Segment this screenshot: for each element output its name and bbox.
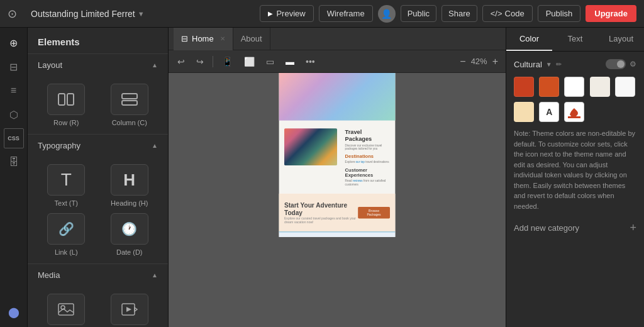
topbar-actions: ▶ Preview Wireframe 👤 Public Share </> C…	[260, 5, 636, 23]
tab-home[interactable]: ⊟ Home ✕	[174, 28, 233, 50]
theme-edit-icon[interactable]: ✏	[556, 60, 562, 69]
more-options-button[interactable]: •••	[302, 54, 319, 69]
page-abstract-image	[284, 128, 337, 165]
redo-button[interactable]: ↪	[192, 54, 208, 69]
logo-icon[interactable]: ⊙	[8, 7, 17, 21]
image-element[interactable]: Image (I)	[38, 294, 95, 327]
text-icon: T	[47, 164, 85, 196]
tab-about-label: About	[241, 34, 262, 43]
color-swatch-orange[interactable]	[539, 77, 559, 97]
media-section: Media ▲ Image (I)	[28, 264, 168, 327]
typography-elements-grid: T Text (T) H Heading (H) 🔗 Link (L) �	[28, 157, 168, 263]
color-swatch-text-A[interactable]: A	[539, 102, 559, 122]
right-panel-tabs: Color Text Layout	[506, 28, 644, 52]
color-swatch-warm[interactable]	[514, 102, 534, 122]
tab-home-label: Home	[192, 34, 214, 43]
svg-marker-8	[126, 307, 131, 312]
sidebar-icon-components[interactable]: ⬡	[4, 104, 24, 125]
media-section-label: Media	[38, 270, 60, 280]
theme-name: Cultural	[514, 60, 542, 69]
text-label: Text (T)	[55, 199, 78, 207]
experiences-text: Read reviews from our satisfied customer…	[345, 179, 390, 186]
project-title[interactable]: Outstanding Limited Ferret ▼	[31, 9, 145, 19]
date-label: Date (D)	[116, 248, 143, 256]
desktop-small-button[interactable]: ▭	[262, 54, 278, 69]
theme-gear-icon[interactable]: ⚙	[630, 60, 636, 69]
date-icon: 🕐	[111, 213, 148, 245]
color-swatch-red[interactable]	[514, 77, 534, 97]
avatar[interactable]: 👤	[378, 5, 396, 23]
public-button[interactable]: Public	[401, 5, 436, 22]
destinations-link[interactable]: our top	[356, 160, 365, 164]
add-category-row[interactable]: Add new category +	[514, 218, 636, 238]
undo-button[interactable]: ↩	[174, 54, 189, 69]
tab-layout[interactable]: Layout	[598, 28, 644, 51]
color-swatch-white[interactable]	[564, 77, 584, 97]
layout-section-header[interactable]: Layout ▲	[28, 54, 168, 76]
preview-label: Preview	[276, 9, 305, 18]
theme-toggle[interactable]	[606, 59, 626, 69]
theme-dropdown-icon[interactable]: ▼	[546, 61, 552, 68]
zoom-level: 42%	[471, 57, 487, 66]
tab-text[interactable]: Text	[552, 28, 598, 51]
add-category-label: Add new category	[514, 223, 579, 233]
canvas-viewport[interactable]: Travel Packages Discover our exclusive t…	[169, 73, 506, 327]
discord-icon[interactable]: ⬤	[4, 302, 24, 322]
browse-packages-button[interactable]: Browse Packages	[358, 207, 390, 218]
sidebar-icon-pages[interactable]: ⊟	[4, 57, 24, 77]
tab-home-close-icon[interactable]: ✕	[220, 35, 225, 42]
publish-button[interactable]: Publish	[538, 5, 581, 22]
experiences-heading: Customer Experiences	[345, 167, 390, 179]
video-icon	[111, 294, 148, 325]
toolbar-separator	[213, 56, 213, 67]
destinations-static-text2: travel destinations	[365, 160, 389, 164]
typography-section: Typography ▲ T Text (T) H Heading (H)	[28, 135, 168, 264]
sidebar-icon-database[interactable]: 🗄	[4, 152, 24, 172]
zoom-out-button[interactable]: −	[457, 56, 468, 67]
destinations-text: Explore our top travel destinations	[345, 160, 390, 164]
heading-element[interactable]: H Heading (H)	[101, 164, 158, 207]
color-swatch-lightest[interactable]	[615, 77, 635, 97]
color-swatch-cream[interactable]	[590, 77, 610, 97]
upgrade-button[interactable]: Upgrade	[586, 5, 636, 22]
home-page-icon: ⊟	[181, 34, 188, 43]
column-element[interactable]: Column (C)	[101, 84, 158, 126]
sidebar-icon-layers[interactable]: ≡	[4, 80, 24, 101]
preview-button[interactable]: ▶ Preview	[260, 5, 313, 22]
text-element[interactable]: T Text (T)	[38, 164, 95, 207]
cta-heading: Start Your Adventure Today	[284, 202, 358, 217]
left-sidebar: ⊕ ⊟ ≡ ⬡ CSS 🗄 ⬤ Elements Layout ▲	[0, 28, 169, 327]
media-section-header[interactable]: Media ▲	[28, 264, 168, 286]
tablet-view-button[interactable]: ⬜	[240, 54, 258, 69]
add-category-plus-icon[interactable]: +	[630, 221, 636, 235]
tab-color[interactable]: Color	[506, 28, 552, 51]
column-label: Column (C)	[112, 119, 147, 126]
link-icon: 🔗	[47, 213, 85, 245]
row-element[interactable]: Row (R)	[38, 84, 95, 126]
canvas-tabs: ⊟ Home ✕ About	[169, 28, 506, 50]
sidebar-panel-content: Elements Layout ▲ Row (R)	[28, 28, 168, 327]
share-button[interactable]: Share	[441, 5, 477, 22]
color-swatch-fill[interactable]	[564, 102, 584, 122]
sidebar-icon-add[interactable]: ⊕	[4, 33, 24, 53]
tab-about[interactable]: About	[233, 28, 270, 50]
mobile-view-button[interactable]: 📱	[218, 54, 236, 69]
cta-text-block: Start Your Adventure Today Explore our c…	[284, 202, 358, 224]
link-element[interactable]: 🔗 Link (L)	[38, 213, 95, 256]
title-dropdown-icon: ▼	[138, 10, 145, 18]
cta-row: Start Your Adventure Today Explore our c…	[284, 202, 390, 224]
zoom-in-button[interactable]: +	[490, 56, 501, 67]
code-brackets-icon: </>	[491, 9, 502, 18]
sidebar-icon-css[interactable]: CSS	[4, 128, 24, 148]
video-element[interactable]: Video (V)	[101, 294, 158, 327]
travel-packages-heading: Travel Packages	[345, 128, 390, 142]
page-hero-image	[279, 73, 396, 121]
theme-toggle-knob	[617, 60, 625, 68]
date-element[interactable]: 🕐 Date (D)	[101, 213, 158, 256]
typography-section-header[interactable]: Typography ▲	[28, 135, 168, 157]
desktop-large-button[interactable]: ▬	[282, 54, 298, 69]
code-button[interactable]: </> Code	[482, 5, 533, 22]
heading-label: Heading (H)	[111, 199, 148, 207]
wireframe-button[interactable]: Wireframe	[319, 5, 373, 22]
project-name: Outstanding Limited Ferret	[31, 9, 135, 19]
